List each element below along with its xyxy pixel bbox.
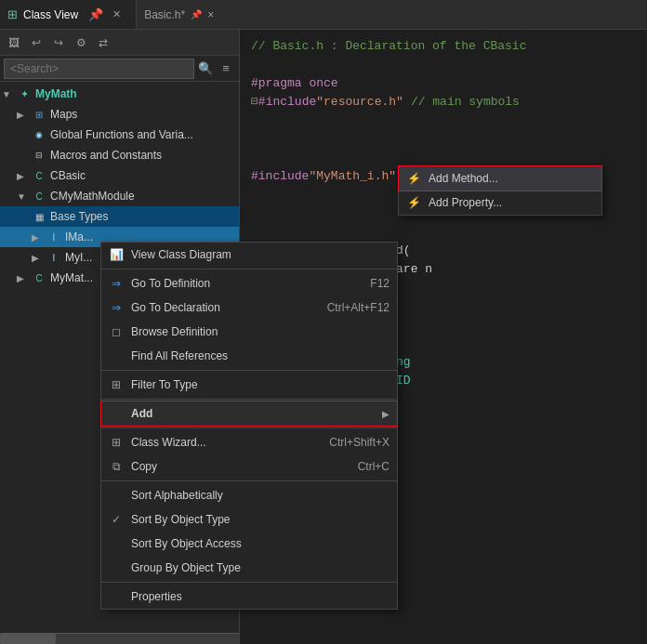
add-method-icon: ⚡ [406,171,421,186]
submenu-add-property[interactable]: ⚡ Add Property... [399,191,601,215]
tree-item-maps[interactable]: ▶ ⊞ Maps [0,104,239,125]
macros-icon: ⊟ [32,148,46,163]
add-icon [109,406,124,421]
class-wizard-icon: ⊞ [109,435,124,450]
tree-label-macros: Macros and Constants [50,149,162,162]
search-input[interactable] [4,59,194,79]
editor-tab[interactable]: Basic.h* 📌 × [137,0,221,29]
filter-icon: ⊞ [109,377,124,392]
settings-icon: ⚙ [76,36,86,49]
menu-group-by-object-type[interactable]: Group By Object Type [101,556,397,580]
cbasic-icon: C [32,168,46,183]
tree-label-myi: MyI... [65,251,92,264]
code-comment-inline: // main symbols [403,93,520,112]
tree-label-mymath: MyMath [35,87,77,100]
properties-icon [109,589,124,604]
tree-item-cmymathmodule[interactable]: ▼ C CMyMathModule [0,186,239,206]
tree-label-maps: Maps [50,108,77,121]
expand-arrow-ima: ▶ [32,232,46,243]
context-menu: 📊 View Class Diagram ⇒ Go To Definition … [100,242,398,610]
menu-go-to-definition[interactable]: ⇒ Go To Definition F12 [101,271,397,296]
menu-find-all-refs[interactable]: Find All References [101,344,397,368]
tree-label-basetypes: Base Types [50,210,108,223]
expand-arrow: ▼ [2,89,17,99]
menu-divider-1 [101,269,397,269]
class-view-icon: ⊞ [7,7,18,21]
search-icon-btn[interactable]: 🔍 [196,59,215,78]
code-line-blank2 [251,112,636,130]
toolbar-back-btn[interactable]: ↩ [26,33,46,53]
panel-actions: 📌 ✕ [84,7,128,23]
toolbar-settings-btn[interactable]: ⚙ [71,33,91,53]
submenu-label-add-method: Add Method... [429,172,594,185]
menu-shortcut-class-wizard: Ctrl+Shift+X [329,436,390,449]
menu-view-class-diagram[interactable]: 📊 View Class Diagram [101,243,397,267]
sort-type-icon: ✓ [109,512,124,527]
code-line-blank7 [251,223,636,242]
tree-item-macros[interactable]: ⊟ Macros and Constants [0,145,239,165]
globalfuncs-icon: ◉ [32,127,46,142]
class-view-tab[interactable]: ⊞ Class View 📌 ✕ [0,0,137,29]
toolbar-image-btn[interactable]: 🖼 [4,33,24,53]
expand-arrow-cbasic: ▶ [17,171,32,181]
panel-toolbar: 🖼 ↩ ↪ ⚙ ⇄ [0,30,239,56]
menu-browse-definition[interactable]: ◻ Browse Definition [101,320,397,344]
menu-sort-by-object-type[interactable]: ✓ Sort By Object Type [101,507,397,532]
editor-tab-close[interactable]: × [207,8,214,21]
code-line-1: // Basic.h : Declaration of the CBasic [251,37,636,56]
tree-label-mymat: MyMat... [50,271,93,284]
code-hash2: #include [251,167,309,186]
menu-label-browse-definition: Browse Definition [131,325,390,338]
tree-label-cbasic: CBasic [50,169,86,182]
code-hash1: #include [258,93,316,112]
menu-properties[interactable]: Properties [101,585,397,609]
list-icon: ≡ [222,61,230,75]
pin-icon[interactable]: 📌 [87,7,104,23]
menu-filter-to-type[interactable]: ⊞ Filter To Type [101,373,397,397]
menu-label-go-to-definition: Go To Definition [131,277,363,290]
tree-label-globalfuncs: Global Functions and Varia... [50,128,193,141]
basetypes-icon: ▦ [32,209,46,224]
menu-shortcut-go-to-definition: F12 [370,277,390,290]
scrollbar-thumb[interactable] [0,634,56,644]
toolbar-new-btn[interactable]: ⇄ [93,33,113,53]
view-diagram-icon: 📊 [109,247,124,262]
menu-add[interactable]: Add ▶ [101,401,397,426]
group-icon [109,560,124,575]
submenu-label-add-property: Add Property... [429,196,594,209]
tree-item-basetypes[interactable]: ▦ Base Types [0,206,239,227]
code-pragma: #pragma once [251,74,338,93]
menu-class-wizard[interactable]: ⊞ Class Wizard... Ctrl+Shift+X [101,430,397,454]
code-line-blank3 [251,130,636,149]
editor-tab-pin: 📌 [191,9,202,20]
submenu-add-method[interactable]: ⚡ Add Method... [399,166,601,191]
menu-sort-by-object-access[interactable]: Sort By Object Access [101,532,397,556]
menu-label-view-class-diagram: View Class Diagram [131,248,390,261]
menu-label-sort-access: Sort By Object Access [131,537,390,550]
list-icon-btn[interactable]: ≡ [217,59,235,78]
close-icon[interactable]: ✕ [108,7,125,23]
add-submenu-arrow: ▶ [382,409,390,419]
tree-item-globalfuncs[interactable]: ◉ Global Functions and Varia... [0,125,239,145]
horizontal-scrollbar[interactable] [0,633,239,644]
menu-shortcut-copy: Ctrl+C [358,460,390,473]
expand-arrow-myi: ▶ [32,253,46,263]
menu-label-class-wizard: Class Wizard... [131,436,322,449]
menu-label-sort-type: Sort By Object Type [131,513,390,526]
toolbar-forward-btn[interactable]: ↪ [48,33,69,53]
expand-arrow-maps: ▶ [17,110,32,120]
menu-label-filter-to-type: Filter To Type [131,378,390,391]
expand-arrow-mymat: ▶ [17,273,32,283]
menu-sort-alphabetically[interactable]: Sort Alphabetically [101,483,397,507]
menu-label-copy: Copy [131,460,350,473]
tree-item-mymath[interactable]: ▼ ✦ MyMath [0,84,239,104]
maps-icon: ⊞ [32,107,46,122]
ima-icon: I [46,230,61,244]
new-icon: ⇄ [99,36,108,49]
menu-go-to-declaration[interactable]: ⇒ Go To Declaration Ctrl+Alt+F12 [101,296,397,320]
tree-item-cbasic[interactable]: ▶ C CBasic [0,165,239,186]
menu-copy[interactable]: ⧉ Copy Ctrl+C [101,454,397,479]
menu-label-properties: Properties [131,590,390,603]
menu-divider-2 [101,370,397,371]
expand-arrow-cmymathmodule: ▼ [17,191,32,202]
